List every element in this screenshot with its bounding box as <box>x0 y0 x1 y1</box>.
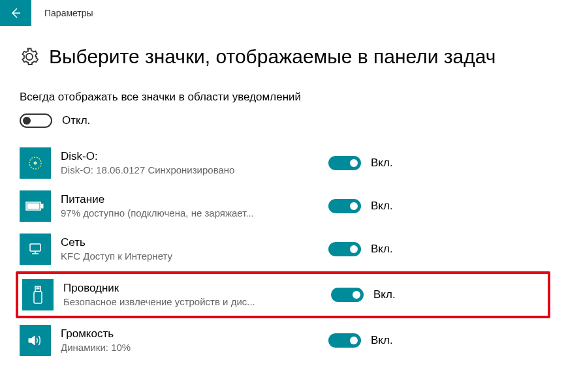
item-desc: KFC Доступ к Интернету <box>61 250 309 263</box>
page-header: Выберите значки, отображаемые в панели з… <box>20 46 546 68</box>
item-title: Проводник <box>63 281 311 295</box>
always-show-label: Всегда отображать все значки в области у… <box>20 91 546 104</box>
svg-rect-9 <box>37 288 38 289</box>
item-row: ПроводникБезопасное извлечение устройств… <box>16 271 550 318</box>
item-desc: Безопасное извлечение устройств и дис... <box>63 295 311 309</box>
battery-icon <box>20 190 51 222</box>
item-text: Питание97% доступно (подключена, не заря… <box>61 192 309 220</box>
item-toggle[interactable] <box>328 156 361 170</box>
back-button[interactable] <box>0 0 31 26</box>
item-row: Питание97% доступно (подключена, не заря… <box>20 190 546 222</box>
item-toggle-wrap: Вкл. <box>331 288 396 302</box>
item-row: СетьKFC Доступ к ИнтернетуВкл. <box>20 234 546 265</box>
svg-rect-5 <box>30 244 40 251</box>
item-toggle-label: Вкл. <box>371 157 393 170</box>
item-toggle-wrap: Вкл. <box>328 333 393 348</box>
item-toggle[interactable] <box>328 199 361 213</box>
item-row: Disk-O:Disk-O: 18.06.0127 Синхронизирова… <box>20 147 546 179</box>
svg-rect-10 <box>39 288 40 289</box>
item-toggle-wrap: Вкл. <box>328 199 393 213</box>
item-desc: Динамики: 10% <box>61 341 309 354</box>
master-toggle-label: Откл. <box>62 114 90 127</box>
item-toggle[interactable] <box>328 333 361 348</box>
item-title: Питание <box>61 192 309 207</box>
item-toggle[interactable] <box>328 242 361 256</box>
item-text: СетьKFC Доступ к Интернету <box>61 235 309 263</box>
items-list: Disk-O:Disk-O: 18.06.0127 Синхронизирова… <box>20 147 546 356</box>
item-toggle-label: Вкл. <box>371 334 393 347</box>
item-text: Disk-O:Disk-O: 18.06.0127 Синхронизирова… <box>61 149 309 177</box>
svg-rect-11 <box>34 292 42 303</box>
item-title: Сеть <box>61 235 309 250</box>
master-toggle[interactable] <box>20 113 52 128</box>
master-toggle-row: Откл. <box>20 113 546 128</box>
titlebar-text: Параметры <box>44 8 93 18</box>
network-icon <box>20 234 51 265</box>
arrow-left-icon <box>9 7 22 20</box>
content: Выберите значки, отображаемые в панели з… <box>0 26 566 363</box>
item-toggle-label: Вкл. <box>373 288 396 301</box>
item-title: Disk-O: <box>61 149 309 164</box>
item-text: ГромкостьДинамики: 10% <box>61 327 309 354</box>
usb-icon <box>22 279 54 310</box>
item-desc: 97% доступно (подключена, не заряжает... <box>61 207 309 220</box>
item-text: ПроводникБезопасное извлечение устройств… <box>63 281 311 309</box>
svg-point-1 <box>34 162 37 164</box>
volume-icon <box>20 325 51 356</box>
item-row: ГромкостьДинамики: 10%Вкл. <box>20 325 546 356</box>
item-toggle[interactable] <box>331 288 364 302</box>
item-toggle-label: Вкл. <box>371 243 393 256</box>
page-title: Выберите значки, отображаемые в панели з… <box>49 46 495 68</box>
item-desc: Disk-O: 18.06.0127 Синхронизировано <box>61 164 309 177</box>
item-toggle-label: Вкл. <box>371 200 393 213</box>
item-title: Громкость <box>61 327 309 341</box>
titlebar: Параметры <box>0 0 566 26</box>
item-toggle-wrap: Вкл. <box>328 156 393 170</box>
svg-rect-3 <box>27 204 39 209</box>
item-toggle-wrap: Вкл. <box>328 242 393 256</box>
disk-o-icon <box>20 147 51 179</box>
svg-rect-4 <box>41 204 43 208</box>
gear-icon <box>20 47 39 67</box>
